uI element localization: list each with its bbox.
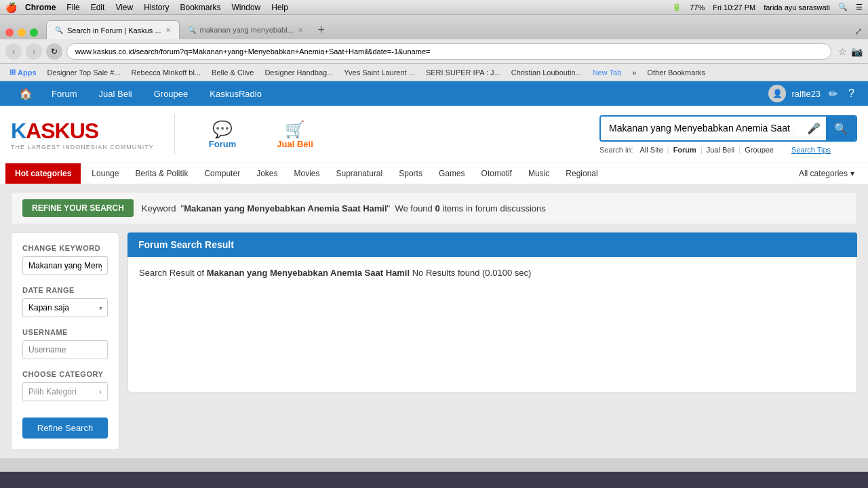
search-icon[interactable]: 🔍 — [838, 3, 848, 12]
bookmark-item-2[interactable]: Rebecca Minkoff bl... — [127, 67, 205, 78]
search-options: Search in: All Site | Forum | Jual Beli … — [599, 146, 857, 154]
fullscreen-btn[interactable]: ⤢ — [854, 26, 863, 37]
bookmark-item-8[interactable]: New Tab — [589, 67, 626, 78]
battery-icon: 🔋 — [672, 3, 682, 12]
categories-bar: Hot categories Lounge Berita & Politik C… — [0, 163, 868, 184]
brand-nav-jualbeli[interactable]: 🛒 Jual Beli — [263, 120, 326, 149]
cat-supranatural[interactable]: Supranatural — [328, 163, 391, 184]
result-prefix: Search Result of — [139, 268, 204, 278]
cat-jokes[interactable]: Jokes — [248, 163, 285, 184]
keyword-prefix: Keyword — [142, 203, 176, 214]
microphone-icon[interactable]: 🎤 — [802, 122, 826, 135]
chevron-down-icon: ▾ — [850, 169, 854, 178]
refine-your-search-btn[interactable]: REFINE YOUR SEARCH — [22, 199, 134, 217]
forum-icon: 💬 — [212, 120, 233, 139]
username-input[interactable] — [22, 340, 108, 359]
time-display: Fri 10:27 PM — [713, 3, 755, 12]
brand-separator — [174, 114, 175, 155]
brand-nav-forum[interactable]: 💬 Forum — [195, 120, 250, 149]
cat-otomotif[interactable]: Otomotif — [473, 163, 520, 184]
refine-count: 0 — [435, 203, 439, 214]
jualbeli-icon: 🛒 — [285, 120, 305, 139]
bookmark-item-5[interactable]: Yves Saint Laurent ... — [340, 67, 419, 78]
bookmark-more-btn[interactable]: » — [628, 67, 640, 78]
new-tab-btn[interactable]: + — [311, 20, 332, 39]
logo-rest: ASKUS — [26, 119, 98, 143]
cat-regional[interactable]: Regional — [557, 163, 606, 184]
list-icon[interactable]: ☰ — [856, 3, 863, 12]
cat-movies[interactable]: Movies — [285, 163, 328, 184]
menu-history[interactable]: History — [144, 3, 169, 12]
logo-text: KASKUS — [11, 119, 154, 144]
result-header: Forum Search Result — [127, 232, 857, 257]
menu-window[interactable]: Window — [232, 3, 261, 12]
logo-tagline: THE LARGEST INDONESIAN COMMUNITY — [11, 144, 154, 150]
bookmark-item-4[interactable]: Designer Handbag... — [260, 67, 337, 78]
search-tips-link[interactable]: Search Tips — [791, 146, 831, 154]
cat-music[interactable]: Music — [520, 163, 557, 184]
camera-icon[interactable]: 📷 — [851, 46, 863, 57]
title-bar-right: 🔋 77% Fri 10:27 PM farida ayu saraswati … — [672, 3, 863, 12]
result-keyword: Makanan yang Menyebabkan Anemia Saat Ham… — [207, 268, 410, 278]
footer: Navigation Home Forum Jual Beli Groupee … — [0, 472, 868, 488]
search-submit-btn[interactable]: 🔍 — [826, 117, 856, 140]
maximize-window-btn[interactable] — [30, 28, 38, 37]
nav-groupee[interactable]: Groupee — [143, 81, 199, 106]
tab-1[interactable]: 🔍 Search in Forum | Kaskus ... ✕ — [46, 20, 180, 39]
search-groupee[interactable]: Groupee — [745, 146, 774, 154]
address-input[interactable] — [66, 43, 831, 60]
cat-all[interactable]: All categories ▾ — [791, 163, 863, 184]
cat-computer[interactable]: Computer — [196, 163, 248, 184]
tab-2-close-btn[interactable]: ✕ — [298, 26, 303, 34]
kaskus-nav: 🏠 Forum Jual Beli Groupee KaskusRadio 👤 … — [0, 81, 868, 106]
cat-hot[interactable]: Hot categories — [5, 163, 81, 184]
nav-kaskusradio[interactable]: KaskusRadio — [199, 81, 273, 106]
category-select[interactable]: Pilih Kategori › — [22, 382, 108, 401]
help-icon[interactable]: ? — [846, 87, 857, 100]
bookmark-star-icon[interactable]: ☆ — [838, 46, 847, 57]
bookmark-apps[interactable]: ⊞ Apps — [5, 66, 41, 78]
search-forum[interactable]: Forum — [673, 146, 696, 154]
nav-jualbeli[interactable]: Jual Beli — [88, 81, 143, 106]
minimize-window-btn[interactable] — [18, 28, 26, 37]
cat-berita[interactable]: Berita & Politik — [127, 163, 196, 184]
menu-chrome[interactable]: Chrome — [25, 3, 56, 12]
menu-help[interactable]: Help — [271, 3, 288, 12]
search-jualbeli[interactable]: Jual Beli — [707, 146, 735, 154]
bookmark-item-3[interactable]: Belle & Clive — [208, 67, 258, 78]
cat-games[interactable]: Games — [431, 163, 473, 184]
cat-sports[interactable]: Sports — [391, 163, 431, 184]
refine-found-text: We found — [395, 203, 432, 214]
nav-username[interactable]: ralfie23 — [791, 89, 821, 99]
menu-bookmarks[interactable]: Bookmarks — [180, 3, 221, 12]
edit-icon[interactable]: ✏ — [826, 87, 840, 100]
menu-file[interactable]: File — [66, 3, 79, 12]
date-range-select[interactable]: Kapan saja — [22, 298, 108, 317]
keyword-input[interactable] — [22, 256, 108, 275]
refresh-btn[interactable]: ↻ — [46, 43, 62, 60]
bookmark-other[interactable]: Other Bookmarks — [643, 67, 709, 78]
content-layout: CHANGE KEYWORD DATE RANGE Kapan saja ▾ U… — [0, 224, 868, 458]
bookmark-item-1[interactable]: Designer Top Sale #... — [43, 67, 125, 78]
search-input[interactable] — [601, 117, 802, 139]
bookmark-item-7[interactable]: Christian Louboutin... — [507, 67, 586, 78]
tab-2[interactable]: 🔍 makanan yang menyebabl... ✕ — [180, 20, 311, 39]
close-window-btn[interactable] — [5, 28, 14, 37]
refine-search-btn[interactable]: Refine Search — [22, 418, 108, 439]
refine-keyword: Makanan yang Menyebabkan Anemia Saat Ham… — [184, 203, 387, 214]
search-all-site[interactable]: All Site — [640, 146, 663, 154]
menu-bar: Chrome File Edit View History Bookmarks … — [25, 3, 288, 12]
cat-lounge[interactable]: Lounge — [83, 163, 127, 184]
menu-view[interactable]: View — [115, 3, 133, 12]
category-placeholder: Pilih Kategori — [28, 387, 77, 396]
change-keyword-label: CHANGE KEYWORD — [22, 244, 108, 252]
menu-edit[interactable]: Edit — [91, 3, 105, 12]
tab-1-close-btn[interactable]: ✕ — [165, 26, 171, 34]
nav-home-btn[interactable]: 🏠 — [11, 81, 41, 106]
nav-forum[interactable]: Forum — [41, 81, 88, 106]
bookmarks-bar: ⊞ Apps Designer Top Sale #... Rebecca Mi… — [0, 64, 868, 81]
bookmark-item-6[interactable]: SERI SUPER IPA : J... — [422, 67, 505, 78]
choose-category-label: CHOOSE CATEGORY — [22, 370, 108, 378]
back-btn[interactable]: ‹ — [5, 43, 22, 60]
forward-btn[interactable]: › — [26, 43, 42, 60]
